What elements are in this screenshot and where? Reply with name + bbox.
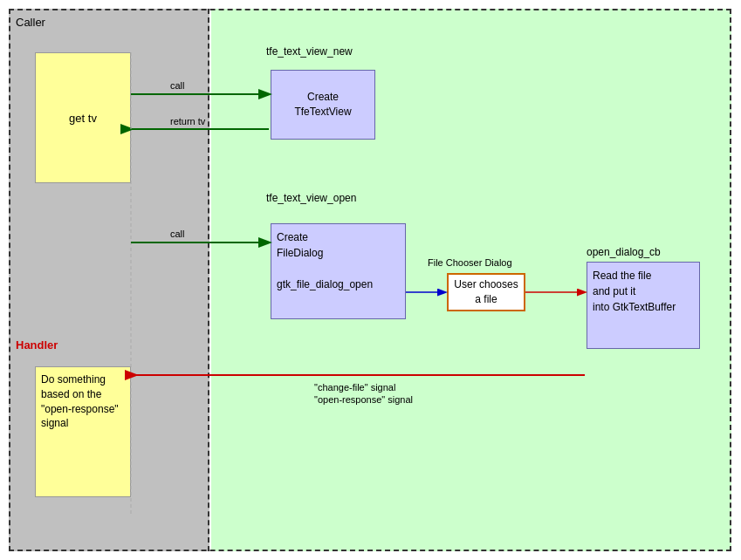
user-chooses-box: User chooses a file [447, 273, 525, 311]
file-chooser-label: File Chooser Dialog [428, 257, 512, 268]
handler-box: Do something based on the "open-response… [35, 366, 131, 497]
get-tv-box: get tv [35, 52, 131, 183]
get-tv-label: get tv [69, 112, 97, 125]
caller-label: Caller [16, 16, 45, 29]
tfe-open-label: tfe_text_view_open [266, 192, 356, 204]
open-dialog-box: Read the file and put it into GtkTextBuf… [587, 262, 700, 349]
handler-label: Handler [16, 338, 58, 352]
open-dialog-cb-label: open_dialog_cb [587, 246, 661, 258]
user-chooses-text: User chooses a file [454, 277, 518, 307]
tfe-new-label: tfe_text_view_new [266, 45, 353, 58]
create-tfetextview-box: Create TfeTextView [271, 70, 375, 140]
diagram-container: Caller Handler get tv Do something based… [0, 0, 741, 560]
handler-label-text: Do something based on the "open-response… [41, 372, 119, 431]
open-dialog-text: Read the file and put it into GtkTextBuf… [593, 268, 676, 315]
create-filedialog-text: Create FileDialog gtk_file_dialog_open [277, 229, 373, 292]
create-tfetextview-text: Create TfeTextView [294, 90, 351, 120]
create-filedialog-box: Create FileDialog gtk_file_dialog_open [271, 223, 406, 319]
